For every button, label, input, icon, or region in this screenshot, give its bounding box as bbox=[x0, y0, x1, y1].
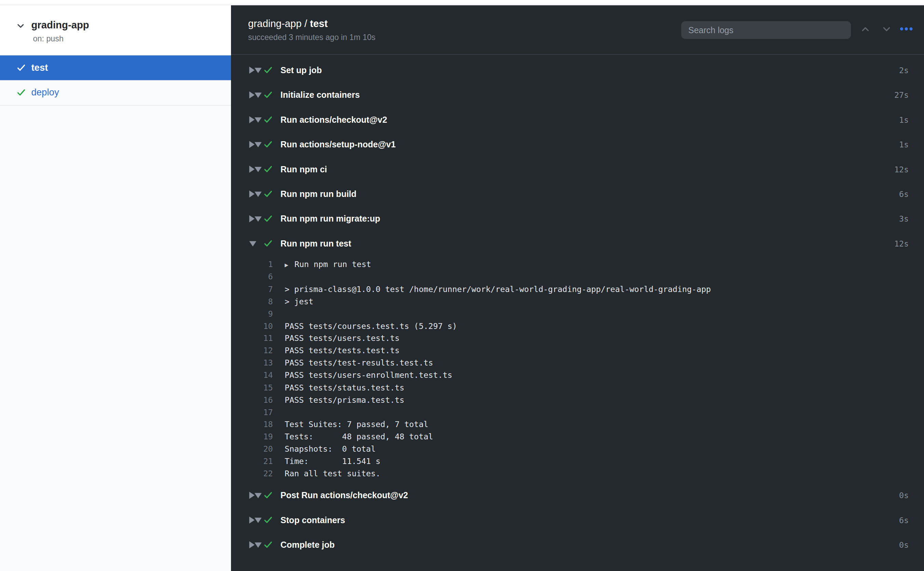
search-input[interactable] bbox=[681, 21, 851, 39]
log-line-number[interactable]: 17 bbox=[231, 407, 273, 417]
sidebar-item-test[interactable]: test bbox=[0, 56, 231, 80]
log-line-text: PASS tests/status.test.ts bbox=[285, 383, 404, 392]
ellipsis-icon bbox=[900, 24, 913, 35]
step-list: Set up job 2s Initialize containers 27s … bbox=[231, 55, 924, 557]
step-row[interactable]: Run npm run build 6s bbox=[231, 182, 924, 206]
log-line: 9 bbox=[231, 307, 924, 320]
log-line: 19 Tests: 48 passed, 48 total bbox=[231, 431, 924, 443]
log-line-number[interactable]: 22 bbox=[231, 469, 273, 478]
log-line-number[interactable]: 8 bbox=[231, 296, 273, 306]
log-group-arrow-icon[interactable]: ▶ bbox=[285, 262, 294, 269]
log-line: 20 Snapshots: 0 total bbox=[231, 443, 924, 455]
log-line-number[interactable]: 10 bbox=[231, 321, 273, 331]
log-line: 11 PASS tests/users.test.ts bbox=[231, 332, 924, 344]
log-line-text: Time: 11.541 s bbox=[285, 457, 380, 466]
workflow-name: grading-app bbox=[31, 20, 89, 31]
step-duration: 1s bbox=[899, 140, 909, 150]
step-toggle-icon[interactable] bbox=[249, 215, 256, 222]
log-line-number[interactable]: 1 bbox=[231, 260, 273, 269]
check-icon bbox=[263, 491, 273, 500]
check-icon bbox=[16, 88, 26, 97]
step-toggle-icon[interactable] bbox=[249, 190, 256, 198]
step-toggle-icon[interactable] bbox=[249, 241, 256, 246]
check-icon bbox=[263, 540, 273, 550]
step-toggle-icon[interactable] bbox=[249, 517, 256, 524]
step-toggle-icon[interactable] bbox=[249, 541, 256, 548]
log-line-number[interactable]: 9 bbox=[231, 309, 273, 318]
log-line-number[interactable]: 7 bbox=[231, 284, 273, 294]
step-row[interactable]: Complete job 0s bbox=[231, 533, 924, 557]
workflow-header[interactable]: grading-app on: push bbox=[0, 5, 231, 56]
sidebar: grading-app on: push test deploy bbox=[0, 5, 231, 571]
step-toggle-icon[interactable] bbox=[249, 166, 256, 173]
step-toggle-icon[interactable] bbox=[249, 116, 256, 123]
step-toggle-icon[interactable] bbox=[249, 141, 256, 148]
log-line-number[interactable]: 15 bbox=[231, 383, 273, 392]
log-settings-button[interactable] bbox=[899, 23, 913, 37]
step-row[interactable]: Initialize containers 27s bbox=[231, 82, 924, 107]
step-duration: 12s bbox=[894, 164, 909, 174]
check-icon bbox=[16, 63, 26, 73]
log-line: 8 > jest bbox=[231, 295, 924, 307]
step-label: Initialize containers bbox=[280, 90, 360, 100]
job-label: test bbox=[31, 63, 48, 73]
log-line-number[interactable]: 16 bbox=[231, 395, 273, 404]
step-duration: 2s bbox=[899, 65, 909, 75]
sidebar-item-deploy[interactable]: deploy bbox=[0, 80, 231, 106]
step-label: Complete job bbox=[280, 540, 334, 550]
log-line-number[interactable]: 12 bbox=[231, 346, 273, 355]
log-line-number[interactable]: 6 bbox=[231, 272, 273, 281]
workflow-trigger: on: push bbox=[33, 34, 89, 43]
log-line-text: PASS tests/tests.test.ts bbox=[285, 346, 399, 355]
log-line: 15 PASS tests/status.test.ts bbox=[231, 381, 924, 394]
log-line: 6 bbox=[231, 270, 924, 283]
log-line-text: Snapshots: 0 total bbox=[285, 444, 376, 454]
step-duration: 6s bbox=[899, 190, 909, 199]
step-row[interactable]: Set up job 2s bbox=[231, 58, 924, 82]
step-label: Run actions/checkout@v2 bbox=[280, 115, 387, 125]
step-toggle-icon[interactable] bbox=[249, 91, 256, 99]
step-row[interactable]: Stop containers 6s bbox=[231, 508, 924, 532]
log-line-number[interactable]: 14 bbox=[231, 370, 273, 380]
log-line-text: > prisma-class@1.0.0 test /home/runner/w… bbox=[285, 284, 711, 294]
log-line-text: PASS tests/test-results.test.ts bbox=[285, 358, 433, 367]
check-icon bbox=[263, 190, 273, 199]
log-line-number[interactable]: 20 bbox=[231, 444, 273, 454]
step-toggle-icon[interactable] bbox=[249, 492, 256, 499]
search-prev-button[interactable] bbox=[858, 23, 872, 37]
step-row[interactable]: Run actions/checkout@v2 1s bbox=[231, 107, 924, 132]
step-duration: 27s bbox=[894, 90, 909, 100]
page-title-job: test bbox=[310, 18, 328, 29]
check-icon bbox=[263, 115, 273, 125]
log-line: 22 Ran all test suites. bbox=[231, 467, 924, 479]
log-line-text: Tests: 48 passed, 48 total bbox=[285, 432, 433, 441]
log-line-number[interactable]: 13 bbox=[231, 358, 273, 367]
step-row[interactable]: Run npm run migrate:up 3s bbox=[231, 207, 924, 231]
step-label: Post Run actions/checkout@v2 bbox=[280, 491, 408, 500]
step-row[interactable]: Run npm ci 12s bbox=[231, 157, 924, 182]
log-line-text: PASS tests/users-enrollment.test.ts bbox=[285, 370, 453, 380]
step-row[interactable]: Run npm run test 12s bbox=[231, 231, 924, 256]
step-toggle-icon[interactable] bbox=[249, 67, 256, 74]
log-line-text: PASS tests/users.test.ts bbox=[285, 333, 399, 343]
log-line-number[interactable]: 21 bbox=[231, 457, 273, 466]
log-line-text: > jest bbox=[285, 296, 313, 306]
chevron-down-icon[interactable] bbox=[16, 22, 25, 30]
search-next-button[interactable] bbox=[879, 23, 893, 37]
log-panel-header: grading-app / test succeeded 3 minutes a… bbox=[231, 5, 924, 55]
log-line-number[interactable]: 11 bbox=[231, 333, 273, 343]
step-row[interactable]: Run actions/setup-node@v1 1s bbox=[231, 132, 924, 157]
log-line: 12 PASS tests/tests.test.ts bbox=[231, 344, 924, 356]
step-row[interactable]: Post Run actions/checkout@v2 0s bbox=[231, 483, 924, 508]
log-line-number[interactable]: 19 bbox=[231, 432, 273, 441]
run-status-text: succeeded 3 minutes ago in 1m 10s bbox=[248, 33, 376, 42]
step-duration: 6s bbox=[899, 515, 909, 525]
log-line-text: PASS tests/courses.test.ts (5.297 s) bbox=[285, 321, 457, 331]
chevron-down-icon bbox=[882, 25, 891, 35]
page-title: grading-app / test bbox=[248, 18, 376, 30]
log-line-number[interactable]: 18 bbox=[231, 420, 273, 429]
page-title-workflow: grading-app / bbox=[248, 18, 310, 29]
log-panel-titles: grading-app / test succeeded 3 minutes a… bbox=[248, 18, 376, 42]
check-icon bbox=[263, 65, 273, 75]
step-label: Set up job bbox=[280, 65, 322, 75]
